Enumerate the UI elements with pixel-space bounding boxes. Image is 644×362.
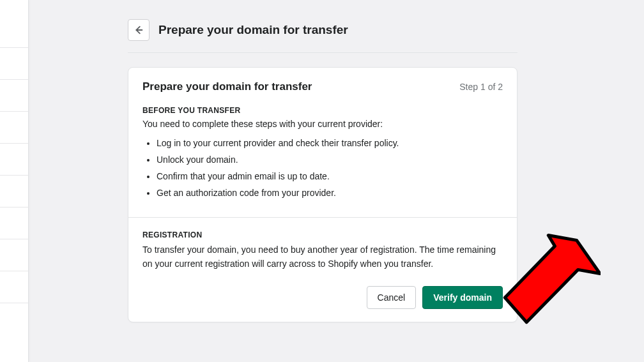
before-intro: You need to complete these steps with yo… xyxy=(142,119,503,129)
list-item: Unlock your domain. xyxy=(157,155,503,165)
list-item: Confirm that your admin email is up to d… xyxy=(157,171,503,181)
cancel-button[interactable]: Cancel xyxy=(367,286,417,309)
sidebar-item[interactable] xyxy=(0,144,28,176)
verify-domain-button[interactable]: Verify domain xyxy=(422,286,503,309)
before-steps-list: Log in to your current provider and chec… xyxy=(142,138,503,198)
back-button[interactable] xyxy=(128,19,150,41)
list-item: Get an authorization code from your prov… xyxy=(157,188,503,198)
sidebar-item[interactable] xyxy=(0,239,28,271)
card-before-section: Prepare your domain for transfer Step 1 … xyxy=(128,68,517,218)
step-indicator: Step 1 of 2 xyxy=(459,82,503,92)
transfer-card: Prepare your domain for transfer Step 1 … xyxy=(128,67,518,322)
arrow-left-icon xyxy=(133,24,144,36)
page-title: Prepare your domain for transfer xyxy=(158,23,348,37)
sidebar-item[interactable] xyxy=(0,0,28,48)
sidebar-item[interactable] xyxy=(0,48,28,80)
sidebar-item[interactable] xyxy=(0,176,28,207)
sidebar-item[interactable] xyxy=(0,271,28,303)
card-title: Prepare your domain for transfer xyxy=(142,80,312,93)
before-label: BEFORE YOU TRANSFER xyxy=(142,106,503,115)
list-item: Log in to your current provider and chec… xyxy=(157,138,503,148)
page-header: Prepare your domain for transfer xyxy=(128,19,518,53)
registration-label: REGISTRATION xyxy=(142,230,503,239)
sidebar-item[interactable] xyxy=(0,207,28,239)
card-registration-section: REGISTRATION To transfer your domain, yo… xyxy=(128,218,517,322)
main-content: Prepare your domain for transfer Prepare… xyxy=(128,19,518,322)
sidebar-edge xyxy=(0,0,29,362)
sidebar-item[interactable] xyxy=(0,112,28,144)
sidebar-item[interactable] xyxy=(0,80,28,112)
registration-text: To transfer your domain, you need to buy… xyxy=(142,243,503,271)
button-row: Cancel Verify domain xyxy=(142,286,503,309)
